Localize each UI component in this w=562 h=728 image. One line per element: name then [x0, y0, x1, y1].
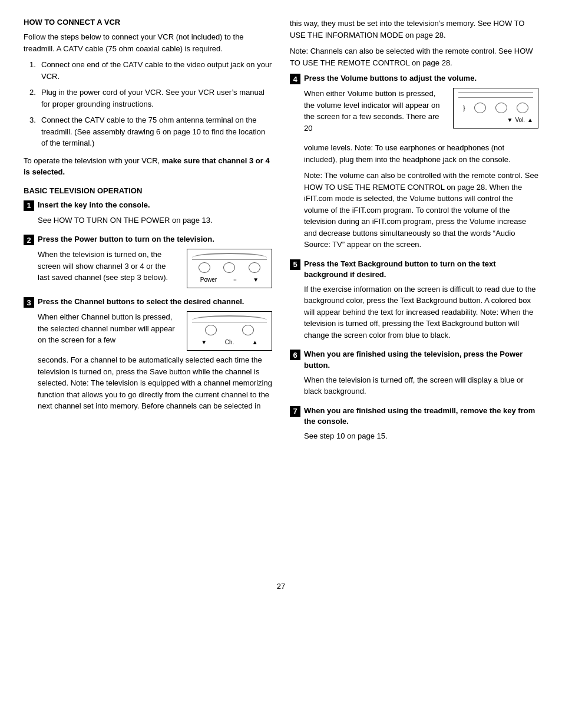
vol-icon — [249, 262, 260, 273]
step-1-block: 1 Insert the key into the console. See H… — [24, 200, 272, 226]
step-1-number: 1 — [24, 200, 34, 211]
step-5-block: 5 Press the Text Background button to tu… — [290, 259, 538, 341]
step-6-title: When you are finished using the televisi… — [304, 349, 538, 370]
diagram-labels: Power ○ ▼ — [192, 275, 267, 284]
dot-label: ○ — [233, 275, 237, 284]
ch-label: Ch. — [225, 338, 234, 347]
vol-label-text: Vol. — [515, 116, 525, 124]
step-7-header: 7 When you are finished using the treadm… — [290, 406, 538, 427]
continuation-text: this way, they must be set into the tele… — [290, 18, 538, 41]
step-6-number: 6 — [290, 350, 300, 360]
step-6-body: When the television is turned off, the s… — [290, 374, 538, 397]
step-4-text2: volume levels. Note: To use earphones or… — [304, 142, 538, 165]
vol-label-row: ▼ Vol. ▲ — [458, 116, 533, 124]
diagram-icons — [192, 262, 267, 273]
ch-down-icon — [205, 325, 217, 335]
ch-up-icon — [242, 325, 254, 335]
step-3-body: When either Channel button is pressed, t… — [24, 311, 272, 412]
power-icon — [199, 262, 210, 273]
vol-down: ▼ — [507, 116, 513, 124]
step-3-title: Press the Channel buttons to select the … — [38, 297, 244, 307]
step-1-header: 1 Insert the key into the console. — [24, 200, 272, 211]
tv-operation-section: BASIC TELEVISION OPERATION 1 Insert the … — [24, 186, 272, 412]
power-label: Power — [200, 275, 217, 284]
diagram-line2 — [192, 322, 267, 322]
channel-diagram: ▼ Ch. ▲ — [187, 311, 272, 351]
list-item: 1.Connect one end of the CATV cable to t… — [29, 59, 272, 82]
step-4-header: 4 Press the Volume buttons to adjust the… — [290, 73, 538, 84]
step-3-number: 3 — [24, 297, 34, 308]
ch-icon — [223, 262, 235, 273]
step-4-body: When either Volume button is pressed, th… — [290, 88, 538, 251]
step-1-body: See HOW TO TURN ON THE POWER on page 13. — [24, 215, 272, 226]
vol-up: ▲ — [527, 116, 533, 124]
vcr-steps-list: 1.Connect one end of the CATV cable to t… — [29, 59, 272, 149]
step-3-content: When either Channel button is pressed, t… — [38, 311, 272, 351]
vcr-note: To operate the television with your VCR,… — [24, 155, 272, 178]
step-2-number: 2 — [24, 235, 34, 245]
step-7-title: When you are finished using the treadmil… — [304, 406, 538, 427]
vol-line2 — [458, 97, 533, 98]
step-4-number: 4 — [290, 74, 300, 84]
step-6-header: 6 When you are finished using the televi… — [290, 349, 538, 370]
step-7-number: 7 — [290, 406, 300, 417]
step-2-title: Press the Power button to turn on the te… — [38, 234, 214, 245]
vcr-intro: Follow the steps below to connect your V… — [24, 31, 272, 54]
list-item: 2.Plug in the power cord of your VCR. Se… — [29, 87, 272, 110]
step-4-note: Note: The volume can also be controlled … — [304, 170, 538, 251]
step-4-text: When either Volume button is pressed, th… — [304, 88, 445, 139]
step-4-block: 4 Press the Volume buttons to adjust the… — [290, 73, 538, 251]
arrow-label: ▼ — [253, 275, 259, 284]
step-4-title: Press the Volume buttons to adjust the v… — [304, 73, 477, 84]
left-column: HOW TO CONNECT A VCR Follow the steps be… — [24, 18, 272, 570]
page: HOW TO CONNECT A VCR Follow the steps be… — [0, 0, 562, 728]
step-3-block: 3 Press the Channel buttons to select th… — [24, 297, 272, 412]
ch-label-row: ▼ Ch. ▲ — [192, 338, 267, 347]
step-3-text-pre: When either Channel button is pressed, t… — [38, 311, 178, 346]
step-7-block: 7 When you are finished using the treadm… — [290, 406, 538, 442]
step-5-body: If the exercise information on the scree… — [290, 284, 538, 341]
vcr-section: HOW TO CONNECT A VCR Follow the steps be… — [24, 18, 272, 178]
vcr-title: HOW TO CONNECT A VCR — [24, 18, 272, 27]
step-2-block: 2 Press the Power button to turn on the … — [24, 234, 272, 288]
step-6-block: 6 When you are finished using the televi… — [290, 349, 538, 397]
vol-line1 — [458, 92, 533, 93]
right-column: this way, they must be set into the tele… — [290, 18, 538, 570]
diagram-curve — [192, 253, 267, 258]
vol-bracket: } — [463, 103, 465, 113]
vol-icon3 — [517, 103, 528, 113]
ch-up-label: ▲ — [252, 338, 258, 347]
vol-diagram-icons: } — [458, 103, 533, 113]
step-5-title: Press the Text Background button to turn… — [304, 259, 538, 280]
diagram-line1 — [192, 259, 267, 260]
step-2-body: When the television is turned on, the sc… — [24, 249, 272, 288]
step-5-number: 5 — [290, 259, 300, 270]
ch-down-label: ▼ — [201, 338, 207, 347]
power-diagram: Power ○ ▼ — [187, 249, 272, 288]
list-item: 3.Connect the CATV cable to the 75 ohm a… — [29, 114, 272, 149]
step-3-header: 3 Press the Channel buttons to select th… — [24, 297, 272, 308]
step-7-body: See step 10 on page 15. — [290, 430, 538, 442]
step-2-content: When the television is turned on, the sc… — [38, 249, 272, 288]
page-number: 27 — [24, 582, 538, 710]
step-2-header: 2 Press the Power button to turn on the … — [24, 234, 272, 245]
step-5-header: 5 Press the Text Background button to tu… — [290, 259, 538, 280]
step-3-text-post: seconds. For a channel to be automatical… — [38, 354, 272, 412]
step-1-title: Insert the key into the console. — [38, 200, 150, 210]
volume-diagram: } ▼ Vol. ▲ — [453, 88, 538, 129]
diagram-curve2 — [192, 315, 267, 320]
step-2-text: When the television is turned on, the sc… — [38, 249, 178, 284]
ch-diagram-icons — [192, 325, 267, 335]
tv-operation-title: BASIC TELEVISION OPERATION — [24, 186, 272, 195]
vol-icon2 — [495, 103, 507, 113]
right-note1: Note: Channels can also be selected with… — [290, 45, 538, 68]
step-4-content: When either Volume button is pressed, th… — [304, 88, 538, 139]
vol-icon1 — [474, 103, 486, 113]
